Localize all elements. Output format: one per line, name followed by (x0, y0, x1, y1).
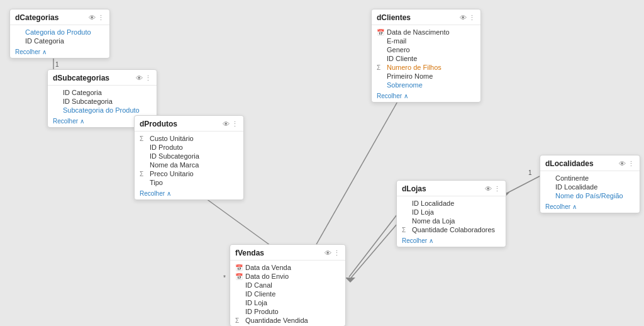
field-name: Nome da Loja (412, 217, 455, 225)
field-row: Nome do País/Região (540, 191, 640, 200)
sigma-icon: Σ (235, 317, 243, 324)
field-row: ID Subcategoria (135, 152, 243, 160)
table-dLocalidades: dLocalidades 👁 ⋮ Continente ID Localidad… (540, 155, 640, 213)
table-dClientes: dClientes 👁 ⋮ 📅 Data de Nascimento E-mai… (371, 9, 481, 103)
collapse-dCategorias[interactable]: Recolher ∧ (10, 47, 109, 58)
field-name: ID Loja (412, 208, 434, 216)
svg-text:1: 1 (55, 61, 59, 68)
sigma-icon: Σ (377, 64, 384, 71)
calendar-icon: 📅 (377, 29, 384, 36)
field-name: Data do Envio (245, 273, 289, 280)
diagram-canvas: 1 * 1 1 1 1 1 * * 1 dCateg (0, 0, 644, 326)
collapse-dClientes[interactable]: Recolher ∧ (372, 91, 480, 102)
field-name: Categoria do Produto (25, 28, 91, 36)
table-dCategorias: dCategorias 👁 ⋮ Categoria do Produto ID … (9, 9, 110, 59)
field-row: Nome da Loja (397, 216, 506, 225)
table-header-dClientes: dClientes 👁 ⋮ (372, 9, 480, 25)
field-name: Subcategoria do Produto (63, 106, 140, 114)
field-name: Tipo (150, 179, 163, 186)
table-header-dSubcategorias: dSubcategorias 👁 ⋮ (48, 70, 157, 86)
table-title-dClientes: dClientes (377, 13, 411, 22)
field-name: Continente (555, 174, 589, 182)
field-name: ID Categoria (63, 89, 102, 96)
table-header-dLocalidades: dLocalidades 👁 ⋮ (540, 155, 640, 171)
field-name: ID Subcategoria (150, 152, 199, 160)
table-title-fVendas: fVendas (235, 249, 264, 257)
table-header-dLojas: dLojas 👁 ⋮ (397, 181, 506, 196)
table-header-fVendas: fVendas 👁 ⋮ (230, 245, 345, 261)
field-row: ID Canal (230, 281, 345, 289)
collapse-dLocalidades[interactable]: Recolher ∧ (540, 201, 640, 213)
sigma-icon: Σ (140, 171, 147, 177)
field-row: ID Loja (397, 208, 506, 216)
table-icons-dLojas[interactable]: 👁 ⋮ (485, 185, 501, 193)
field-name: Preco Unitario (150, 170, 194, 177)
table-title-dProdutos: dProdutos (140, 120, 177, 128)
field-row: Nome da Marca (135, 160, 243, 169)
field-name: Primeiro Nome (387, 72, 433, 80)
field-row: Σ Custo Unitário (135, 134, 243, 143)
table-icons-dLocalidades[interactable]: 👁 ⋮ (619, 160, 635, 168)
field-row: ID Localidade (397, 199, 506, 208)
table-icons-fVendas[interactable]: 👁 ⋮ (325, 249, 340, 257)
field-name: ID Produto (150, 143, 183, 151)
table-header-dProdutos: dProdutos 👁 ⋮ (135, 116, 243, 132)
field-row: ID Produto (135, 143, 243, 152)
field-name: Quantidade Colaboradores (412, 226, 495, 233)
field-name: Nome do País/Região (555, 192, 623, 200)
field-name: ID Canal (245, 281, 272, 289)
table-body-dClientes: 📅 Data de Nascimento E-mail Genero ID Cl… (372, 25, 480, 91)
field-name: E-mail (387, 37, 406, 45)
svg-line-20 (349, 214, 397, 277)
field-row: 📅 Data do Envio (230, 272, 345, 281)
table-body-dCategorias: Categoria do Produto ID Categoria (10, 25, 109, 47)
field-row: ID Produto (230, 307, 345, 316)
calendar-icon: 📅 (235, 264, 243, 271)
field-row: ID Localidade (540, 183, 640, 191)
svg-marker-14 (345, 278, 355, 283)
field-row: Subcategoria do Produto (48, 106, 157, 115)
table-title-dLocalidades: dLocalidades (545, 159, 594, 168)
table-icons-dSubcategorias[interactable]: 👁 ⋮ (136, 74, 152, 82)
calendar-icon: 📅 (235, 273, 243, 280)
field-name: Data da Venda (245, 264, 291, 271)
sigma-icon: Σ (140, 135, 147, 142)
field-row: ID Loja (230, 298, 345, 307)
collapse-dLojas[interactable]: Recolher ∧ (397, 235, 506, 247)
field-name: ID Cliente (387, 55, 417, 62)
collapse-dProdutos[interactable]: Recolher ∧ (135, 188, 243, 200)
field-row: Genero (372, 45, 480, 54)
field-name: Sobrenome (387, 81, 423, 89)
field-name: ID Loja (245, 299, 267, 306)
field-row: Categoria do Produto (10, 28, 109, 37)
table-fVendas: fVendas 👁 ⋮ 📅 Data da Venda 📅 Data do En… (230, 244, 346, 326)
field-row: ID Subcategoria (48, 97, 157, 106)
field-row: Sobrenome (372, 81, 480, 89)
svg-line-9 (305, 82, 409, 264)
table-icons-dClientes[interactable]: 👁 ⋮ (460, 14, 475, 22)
field-name: Genero (387, 46, 410, 53)
field-row: Σ Quantidade Colaboradores (397, 225, 506, 234)
sigma-icon: Σ (402, 227, 409, 233)
table-title-dCategorias: dCategorias (15, 13, 58, 22)
field-name: ID Categoria (25, 37, 64, 45)
table-body-dProdutos: Σ Custo Unitário ID Produto ID Subcatego… (135, 132, 243, 188)
table-dProdutos: dProdutos 👁 ⋮ Σ Custo Unitário ID Produt… (134, 115, 244, 200)
table-title-dSubcategorias: dSubcategorias (53, 74, 109, 82)
table-body-dSubcategorias: ID Categoria ID Subcategoria Subcategori… (48, 86, 157, 116)
field-row: Continente (540, 174, 640, 183)
field-row: ID Cliente (372, 54, 480, 63)
table-icons-dCategorias[interactable]: 👁 ⋮ (89, 14, 104, 22)
field-name: ID Produto (245, 308, 279, 315)
svg-line-15 (503, 176, 540, 195)
field-row: 📅 Data da Venda (230, 263, 345, 272)
svg-text:*: * (223, 274, 226, 281)
field-row: E-mail (372, 37, 480, 45)
field-row: Σ Numero de Filhos (372, 63, 480, 72)
field-row: Σ Quantidade Vendida (230, 316, 345, 325)
field-row: ID Categoria (48, 88, 157, 97)
table-icons-dProdutos[interactable]: 👁 ⋮ (223, 120, 238, 128)
table-body-fVendas: 📅 Data da Venda 📅 Data do Envio ID Canal… (230, 261, 345, 326)
field-name: Nome da Marca (150, 161, 199, 169)
field-row: ID Cliente (230, 289, 345, 298)
